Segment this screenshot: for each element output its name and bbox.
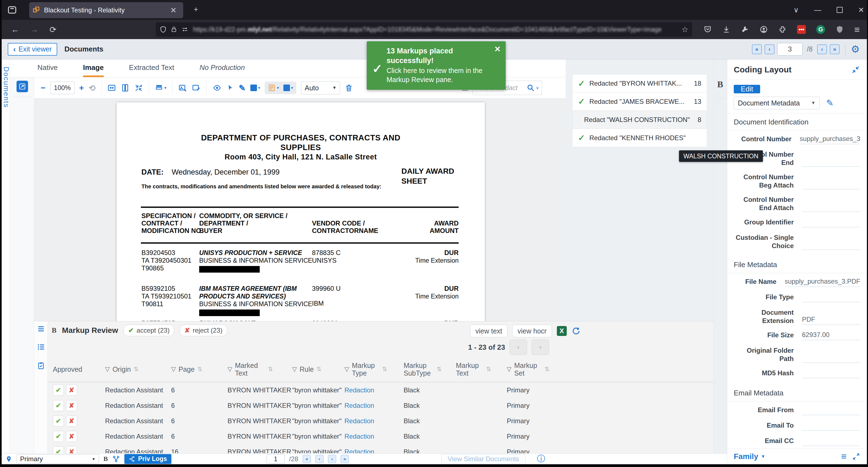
layout-select[interactable]: Document Metadata▼ xyxy=(734,97,819,109)
column-markup-type[interactable]: ▽Markup Type⇅ xyxy=(344,361,404,377)
layout-mode-dropdown[interactable]: ▾ xyxy=(155,84,166,92)
zoom-out-icon[interactable]: − xyxy=(41,83,46,92)
approve-button[interactable]: ✔ xyxy=(53,415,64,427)
approve-button[interactable]: ✔ xyxy=(53,446,64,453)
first-document-button[interactable]: « xyxy=(752,44,762,54)
sort-icon[interactable]: ⇅ xyxy=(316,366,321,373)
markup-type-link[interactable]: Redaction xyxy=(344,386,404,394)
rotate-undo-icon[interactable]: ⟲ xyxy=(89,83,95,93)
next-page-button[interactable]: › xyxy=(328,455,336,463)
suggested-redaction-item[interactable]: Redact "WALSH CONSTRUCTION" 8 xyxy=(572,111,707,129)
select-cursor-icon[interactable] xyxy=(226,84,234,92)
chevron-down-icon[interactable]: ∨ xyxy=(536,85,539,90)
downloads-icon[interactable] xyxy=(722,25,731,34)
markup-type-link[interactable]: Redaction xyxy=(344,448,404,453)
column-page[interactable]: ▽Page⇅ xyxy=(171,366,227,373)
preview-eye-icon[interactable] xyxy=(212,84,222,92)
column-approved[interactable]: Approved xyxy=(53,366,105,373)
markup-type-link[interactable]: Redaction xyxy=(344,433,404,440)
thumbnail-panel-toggle-icon[interactable] xyxy=(17,81,28,92)
tab-list-chevron-icon[interactable]: ∨ xyxy=(794,6,799,14)
sort-icon[interactable]: ⇅ xyxy=(382,366,387,373)
column-markup-set[interactable]: ▽Markup Set⇅ xyxy=(507,361,562,377)
markup-type-link[interactable]: Redaction xyxy=(344,402,404,409)
tools-wrench-icon[interactable] xyxy=(741,25,749,34)
view-hocr-button[interactable]: view hocr xyxy=(512,325,552,337)
fit-width-icon[interactable] xyxy=(107,83,116,92)
priv-logs-button[interactable]: Priv Logs xyxy=(124,454,172,464)
filter-icon[interactable]: ▽ xyxy=(105,366,110,373)
reject-button[interactable]: ✘ xyxy=(66,400,77,411)
new-tab-button[interactable]: + xyxy=(191,5,201,14)
edit-stamp-icon[interactable] xyxy=(192,83,200,92)
menu-hamburger-icon[interactable]: ≡ xyxy=(854,24,860,35)
document-canvas[interactable]: DEPARTMENT OF PURCHASES, CONTRACTS AND S… xyxy=(34,98,566,321)
column-markup-subtype[interactable]: Markup SubType⇅ xyxy=(404,361,456,377)
settings-gear-icon[interactable]: ⚙ xyxy=(851,43,860,55)
firefox-view-icon[interactable] xyxy=(7,4,18,16)
previous-page-button[interactable]: ‹ xyxy=(315,455,323,463)
blackout-app-icon[interactable]: B xyxy=(717,79,723,89)
pocket-icon[interactable] xyxy=(704,25,712,34)
filter-icon[interactable]: ▽ xyxy=(507,366,512,373)
browser-tab[interactable]: Blackout Testing - Relativity ✕ xyxy=(29,2,183,18)
bullet-list-icon[interactable] xyxy=(37,343,45,351)
menu-lines-icon[interactable] xyxy=(37,325,45,333)
last-document-button[interactable]: » xyxy=(830,44,840,54)
first-page-button[interactable]: « xyxy=(303,455,311,463)
black-redaction-dropdown[interactable]: ▾ xyxy=(283,85,293,91)
reject-button[interactable]: ✘ xyxy=(66,385,77,396)
reject-button[interactable]: ✘ xyxy=(66,431,77,442)
forward-button[interactable]: → xyxy=(25,25,44,34)
blackout-logo-icon[interactable]: B xyxy=(103,455,108,463)
refresh-icon[interactable] xyxy=(572,327,581,335)
view-text-button[interactable]: view text xyxy=(470,325,507,337)
sort-icon[interactable]: ⇅ xyxy=(545,366,550,373)
redaction-black-bar[interactable] xyxy=(199,310,260,316)
image-page-input[interactable] xyxy=(267,454,285,464)
edit-button[interactable]: Edit xyxy=(734,85,760,93)
markup-set-select[interactable]: Primary▼ xyxy=(17,454,99,464)
permissions-icon[interactable] xyxy=(181,26,189,33)
sort-icon[interactable]: ⇅ xyxy=(197,366,202,373)
export-excel-icon[interactable]: X xyxy=(557,326,567,336)
reject-button[interactable]: ✘ xyxy=(66,415,77,427)
bookmark-star-icon[interactable]: ☆ xyxy=(681,25,688,34)
fit-page-icon[interactable] xyxy=(121,83,130,92)
sort-icon[interactable]: ⇅ xyxy=(486,366,491,373)
delete-markup-trash-icon[interactable] xyxy=(345,83,353,92)
accept-all-button[interactable]: ✔accept (23) xyxy=(124,325,174,336)
lock-icon[interactable] xyxy=(170,26,177,33)
tab-image[interactable]: Image xyxy=(83,59,104,77)
reject-button[interactable]: ✘ xyxy=(66,446,77,453)
expand-panel-icon[interactable] xyxy=(852,453,860,461)
minimize-button[interactable]: — xyxy=(814,6,821,14)
suggested-redaction-item[interactable]: ✓ Redacted "BYRON WHITTAK... 18 xyxy=(572,74,707,92)
close-tab-icon[interactable]: ✕ xyxy=(167,6,179,15)
edit-layout-pencil-icon[interactable]: ✎ xyxy=(826,98,834,108)
reload-button[interactable]: ⟳ xyxy=(44,25,62,34)
view-similar-documents-button[interactable]: View Similar Documents xyxy=(441,454,525,464)
info-icon[interactable]: ⓘ xyxy=(537,453,545,465)
redaction-color-dropdown[interactable]: ▾ xyxy=(250,85,260,91)
address-bar[interactable]: https://k19-d22-pm.mlyl.net/Relativity/R… xyxy=(156,22,692,37)
close-toast-icon[interactable]: ✕ xyxy=(494,45,501,54)
pen-markup-icon[interactable]: ✎ xyxy=(239,83,246,93)
account-icon[interactable] xyxy=(760,25,768,34)
column-rule[interactable]: ▽Rule⇅ xyxy=(292,366,344,373)
reject-all-button[interactable]: ✘reject (23) xyxy=(180,325,227,336)
column-marked-text[interactable]: ▽Marked Text⇅ xyxy=(227,361,292,377)
column-markup-text[interactable]: Markup Text⇅ xyxy=(456,361,507,377)
approve-button[interactable]: ✔ xyxy=(53,400,64,411)
exit-viewer-button[interactable]: ‹ Exit viewer xyxy=(8,43,57,56)
tab-no-production[interactable]: No Production xyxy=(199,59,245,77)
success-toast[interactable]: ✓ ✕ 13 Markups placed successfully! Clic… xyxy=(367,41,506,90)
documents-vertical-tab[interactable]: Documents xyxy=(2,59,10,453)
restore-button[interactable] xyxy=(837,7,843,13)
tab-extracted-text[interactable]: Extracted Text xyxy=(129,59,174,77)
document-number-input[interactable] xyxy=(777,43,803,56)
sort-icon[interactable]: ⇅ xyxy=(134,366,139,373)
fit-actual-size-icon[interactable] xyxy=(134,83,143,92)
collapse-panel-icon[interactable] xyxy=(851,65,860,74)
filter-icon[interactable]: ▽ xyxy=(344,366,349,373)
